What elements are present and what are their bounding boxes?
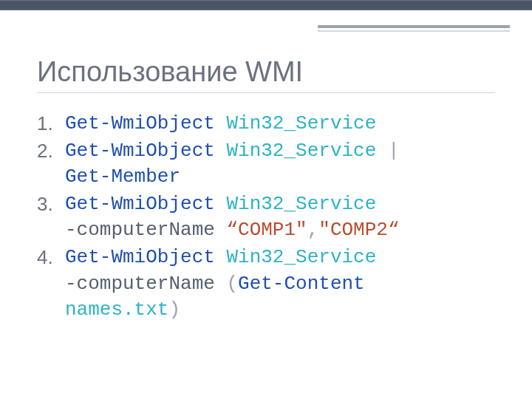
code-line: Get-WmiObject Win32_Service | Get-Member <box>65 138 495 190</box>
title-underline <box>37 92 495 93</box>
code-line: Get-WmiObject Win32_Service -computerNam… <box>65 245 495 322</box>
filename-token: names.txt <box>65 299 168 321</box>
cmdlet-token: Get-WmiObject <box>65 140 215 162</box>
paren-token: ) <box>168 299 180 321</box>
header-divider-area <box>0 19 532 41</box>
class-token: Win32_Service <box>226 193 376 215</box>
cmdlet-token: Get-WmiObject <box>65 193 215 215</box>
paren-token: ( <box>226 273 238 295</box>
cmdlet-token: Get-Member <box>65 166 180 188</box>
list-item: 4. Get-WmiObject Win32_Service -computer… <box>37 245 495 322</box>
string-token: "COMP2“ <box>318 219 399 241</box>
class-token: Win32_Service <box>226 112 376 134</box>
slide-content: Использование WMI 1. Get-WmiObject Win32… <box>0 41 532 339</box>
header-accent-line <box>318 25 510 28</box>
slide-top-bar <box>0 0 532 10</box>
pipe-token: | <box>388 140 400 162</box>
list-item: 3. Get-WmiObject Win32_Service -computer… <box>37 191 495 243</box>
list-item: 1. Get-WmiObject Win32_Service <box>37 111 495 137</box>
comma-token: , <box>307 219 319 241</box>
list-number: 1. <box>37 111 65 137</box>
list-number: 3. <box>37 191 65 243</box>
code-list: 1. Get-WmiObject Win32_Service 2. Get-Wm… <box>37 111 495 323</box>
list-item: 2. Get-WmiObject Win32_Service | Get-Mem… <box>37 138 495 190</box>
string-token: “COMP1" <box>226 219 307 241</box>
code-line: Get-WmiObject Win32_Service <box>65 111 495 137</box>
class-token: Win32_Service <box>226 140 376 162</box>
param-token: -computerName <box>65 219 215 241</box>
cmdlet-token: Get-Content <box>238 273 365 295</box>
class-token: Win32_Service <box>226 246 376 268</box>
code-line: Get-WmiObject Win32_Service -computerNam… <box>65 191 495 243</box>
cmdlet-token: Get-WmiObject <box>65 112 215 134</box>
param-token: -computerName <box>65 273 215 295</box>
cmdlet-token: Get-WmiObject <box>65 246 215 268</box>
list-number: 4. <box>37 245 65 322</box>
slide-title: Использование WMI <box>37 56 495 88</box>
list-number: 2. <box>37 138 65 190</box>
